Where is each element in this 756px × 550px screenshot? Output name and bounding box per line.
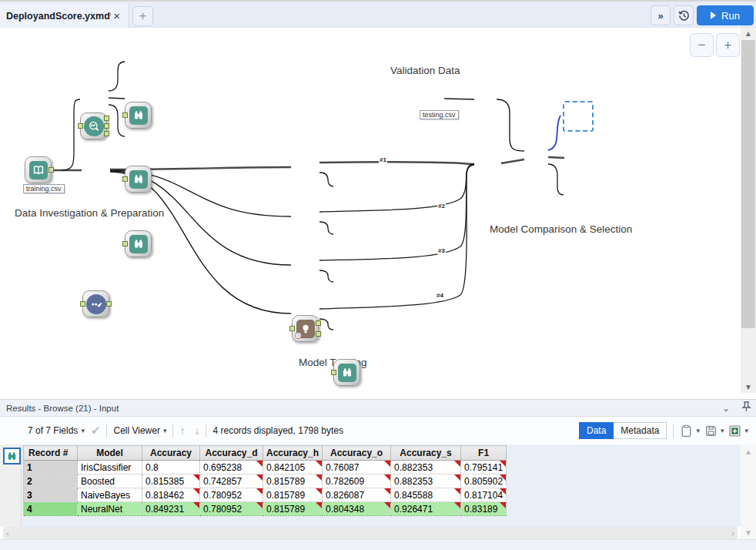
table-row[interactable]: 1IrisClassifier0.80.6952380.8421050.7608… xyxy=(24,461,507,475)
output-anchor[interactable] xyxy=(316,331,321,337)
column-header[interactable]: Accuracy_s xyxy=(391,446,461,461)
scroll-left-icon[interactable]: ‹ xyxy=(6,528,9,538)
value-cell[interactable]: 0.842105 xyxy=(263,461,323,475)
history-button[interactable] xyxy=(674,5,694,25)
new-window-button[interactable]: ▾ xyxy=(728,424,748,438)
output-anchor[interactable] xyxy=(49,167,54,173)
workflow-canvas[interactable]: Validation Data Data Investigation & Pre… xyxy=(0,28,756,399)
tool-browse-1[interactable] xyxy=(125,102,152,129)
output-anchor[interactable] xyxy=(104,116,109,121)
scrollbar-thumb[interactable] xyxy=(741,40,755,328)
scroll-down-icon[interactable]: ▼ xyxy=(741,527,756,538)
input-anchor[interactable] xyxy=(289,326,295,331)
value-cell[interactable]: 0.882353 xyxy=(391,461,461,475)
value-cell[interactable]: 0.815789 xyxy=(263,488,323,502)
column-header[interactable]: F1 xyxy=(461,446,507,461)
output-anchor[interactable] xyxy=(104,123,109,129)
data-quality-flag-icon xyxy=(500,461,506,467)
apply-check-icon[interactable]: ✔ xyxy=(91,424,101,438)
column-header[interactable]: Accuracy xyxy=(142,446,200,461)
column-header[interactable]: Accuracy_d xyxy=(200,446,263,461)
value-cell[interactable]: 0.845588 xyxy=(391,488,461,502)
results-vertical-scrollbar[interactable]: ▲ ▼ xyxy=(741,444,756,539)
input-anchor[interactable] xyxy=(78,123,83,129)
copy-button[interactable]: ▾ xyxy=(680,424,700,438)
tab-close-icon[interactable]: × xyxy=(111,10,122,22)
table-row[interactable]: 2Boosted0.8153850.7428570.8157890.782609… xyxy=(24,475,507,488)
scroll-up-icon[interactable]: ▲ xyxy=(741,28,756,39)
metadata-tab[interactable]: Metadata xyxy=(614,422,667,439)
new-tab-button[interactable]: + xyxy=(132,6,153,26)
value-cell[interactable]: 0.695238 xyxy=(200,461,263,475)
zoom-in-button[interactable]: + xyxy=(716,33,740,57)
value-cell[interactable]: 0.782609 xyxy=(323,475,391,488)
tool-field-summary[interactable] xyxy=(80,112,107,139)
record-number-cell[interactable]: 3 xyxy=(24,488,78,502)
tool-input-data-training[interactable] xyxy=(25,156,52,183)
tab-deployandscore[interactable]: DeployandScore.yxmd* × xyxy=(0,3,129,29)
value-cell[interactable]: 0.83189 xyxy=(461,502,507,516)
toolbar-overflow-button[interactable]: » xyxy=(651,5,671,25)
output-anchor[interactable] xyxy=(316,320,321,326)
value-cell[interactable]: 0.849231 xyxy=(142,502,200,516)
output-anchor[interactable] xyxy=(104,131,109,136)
column-header[interactable]: Record # xyxy=(24,446,78,461)
value-cell[interactable]: 0.818462 xyxy=(142,488,200,502)
tool-browse-dt[interactable] xyxy=(333,359,360,386)
value-cell[interactable]: 0.882353 xyxy=(391,475,461,488)
pin-icon[interactable] xyxy=(736,401,756,414)
column-header[interactable]: Accuracy_o xyxy=(323,446,391,461)
value-cell[interactable]: 0.76087 xyxy=(323,461,391,475)
value-cell[interactable]: 0.795141 xyxy=(461,461,507,475)
input-anchor[interactable] xyxy=(122,112,128,118)
arrow-down-icon[interactable]: ↓ xyxy=(194,424,199,437)
tool-browse-3[interactable] xyxy=(125,230,152,257)
input-anchor[interactable] xyxy=(122,241,128,246)
value-cell[interactable]: 0.742857 xyxy=(200,475,263,488)
table-row[interactable]: 4NeuralNet0.8492310.7809520.8157890.8043… xyxy=(24,502,507,516)
tool-browse-2[interactable] xyxy=(125,166,152,193)
input-anchor[interactable] xyxy=(331,370,336,375)
results-header[interactable]: Results - Browse (21) - Input ⌄ xyxy=(0,399,756,417)
canvas-vertical-scrollbar[interactable]: ▲ ▼ xyxy=(741,28,756,393)
model-cell[interactable]: NaiveBayes xyxy=(78,488,142,502)
column-header[interactable]: Model xyxy=(78,446,142,461)
tool-decision-tree[interactable] xyxy=(292,315,319,342)
value-cell[interactable]: 0.826087 xyxy=(323,488,391,502)
value-cell[interactable]: 0.817104 xyxy=(461,488,507,502)
model-cell[interactable]: Boosted xyxy=(78,475,142,488)
record-number-cell[interactable]: 1 xyxy=(24,461,78,475)
cell-viewer-dropdown[interactable]: Cell Viewer▾ xyxy=(113,425,166,436)
column-header[interactable]: Accuracy_h xyxy=(263,446,323,461)
output-anchor[interactable] xyxy=(106,301,112,307)
fields-dropdown[interactable]: 7 of 7 Fields▾ xyxy=(28,425,85,436)
value-cell[interactable]: 0.8 xyxy=(142,461,200,475)
collapse-chevron-icon[interactable]: ⌄ xyxy=(716,403,736,414)
save-button[interactable]: ▾ xyxy=(704,424,724,438)
value-cell[interactable]: 0.815385 xyxy=(142,475,200,488)
data-tab[interactable]: Data xyxy=(579,422,614,439)
value-cell[interactable]: 0.815789 xyxy=(263,475,323,488)
scroll-up-icon[interactable]: ▲ xyxy=(741,446,756,457)
zoom-out-button[interactable]: − xyxy=(690,33,714,57)
model-cell[interactable]: IrisClassifier xyxy=(78,461,142,475)
value-cell[interactable]: 0.780952 xyxy=(200,502,263,516)
input-anchor[interactable] xyxy=(80,301,85,307)
arrow-up-icon[interactable]: ↑ xyxy=(179,424,185,437)
input-anchor[interactable] xyxy=(122,176,128,182)
value-cell[interactable]: 0.780952 xyxy=(200,488,263,502)
model-cell[interactable]: NeuralNet xyxy=(78,502,142,516)
value-cell[interactable]: 0.815789 xyxy=(263,502,323,516)
tool-create-samples[interactable] xyxy=(82,290,109,317)
run-button[interactable]: Run xyxy=(697,5,754,25)
record-number-cell[interactable]: 4 xyxy=(24,502,78,516)
browse-tool-indicator[interactable] xyxy=(3,448,21,464)
value-cell[interactable]: 0.926471 xyxy=(391,502,461,516)
table-row[interactable]: 3NaiveBayes0.8184620.7809520.8157890.826… xyxy=(24,488,507,502)
value-cell[interactable]: 0.805902 xyxy=(461,475,507,488)
scroll-right-icon[interactable]: › xyxy=(731,528,734,538)
results-horizontal-scrollbar[interactable]: ‹ › xyxy=(3,527,738,539)
value-cell[interactable]: 0.804348 xyxy=(323,502,391,516)
record-number-cell[interactable]: 2 xyxy=(24,475,78,488)
scroll-down-icon[interactable]: ▼ xyxy=(741,381,756,393)
